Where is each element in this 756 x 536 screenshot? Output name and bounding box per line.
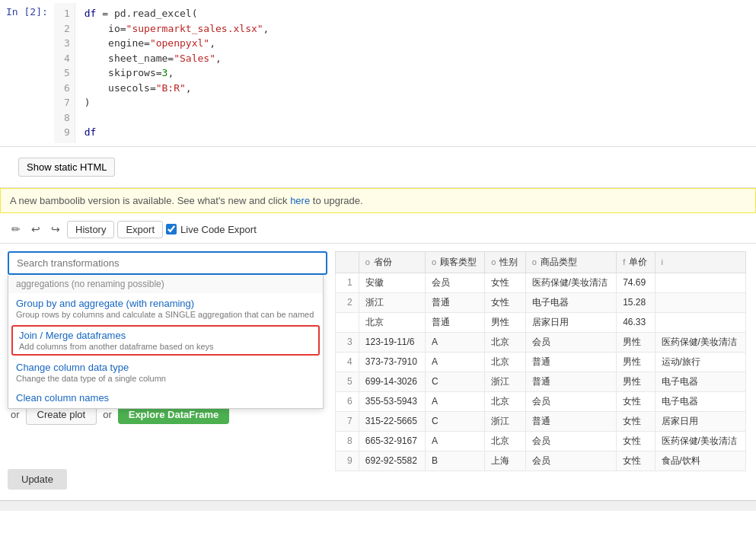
col-header-extra: i (655, 251, 745, 273)
table-row: 9 692-92-5582 B 上海 会员 女性 食品/饮料 (336, 451, 746, 471)
cell-province-2: 浙江 (359, 292, 425, 312)
row-index-3: 3 (336, 332, 359, 352)
dropdown-item-group-by[interactable]: Group by and aggregate (with renaming) G… (8, 293, 323, 324)
export-button[interactable]: Export (117, 221, 163, 238)
cell-customer-3: 会员 (525, 332, 616, 352)
cell-product-5: 电子电器 (655, 372, 745, 391)
cell-product-9: 食品/饮料 (655, 451, 745, 471)
dropdown-item-join-desc: Add columns from another dataframe based… (19, 342, 312, 351)
horizontal-scrollbar[interactable] (0, 500, 756, 511)
table-header-row: o 省份 o 顾客类型 o 性别 (336, 251, 746, 273)
update-button[interactable]: Update (8, 469, 67, 490)
banner-text-after: to upgrade. (310, 195, 362, 206)
col-label-product: 商品类型 (541, 256, 577, 269)
transform-panel: aggregations (no renaming possible) Grou… (8, 251, 327, 490)
cell-customer-8: 会员 (525, 431, 616, 451)
cell-price-2: 15.28 (617, 292, 655, 312)
banner-text-before: A new bamboolib version is available. Se… (10, 195, 290, 206)
cell-gender-8: 女性 (617, 431, 655, 451)
cell-province-1: 安徽 (359, 273, 425, 292)
col-type-price: f (623, 257, 625, 266)
main-content: aggregations (no renaming possible) Grou… (0, 244, 756, 497)
cell-extra-1 (655, 273, 745, 292)
cell-customer-b: 普通 (426, 312, 485, 332)
cell-product-4: 运动/旅行 (655, 352, 745, 372)
or-text-1: or (11, 409, 20, 420)
cell-gender-9: 女性 (617, 451, 655, 471)
cell-product-2: 电子电器 (525, 292, 616, 312)
table-row: 6 355-53-5943 A 北京 会员 女性 电子电器 (336, 391, 746, 411)
dropdown-item-join-title: Join / Merge dataframes (19, 330, 312, 341)
table-row: 1 安徽 会员 女性 医药保健/美妆清洁 74.69 (336, 273, 746, 292)
upgrade-banner: A new bamboolib version is available. Se… (0, 188, 756, 213)
search-input[interactable] (8, 251, 327, 275)
cell-col2-6: A (426, 391, 485, 411)
table-row: 北京 普通 男性 居家日用 46.33 (336, 312, 746, 332)
cell-province-b: 北京 (359, 312, 425, 332)
scrollbar-inner (0, 501, 305, 502)
banner-link[interactable]: here (290, 195, 310, 206)
live-code-export-checkbox[interactable] (166, 224, 177, 234)
col-type-gender: o (491, 257, 496, 266)
cell-extra-b (655, 312, 745, 332)
cell-id-9: 692-92-5582 (359, 451, 425, 471)
col-header-index (336, 251, 359, 273)
or-text-2: or (103, 409, 112, 420)
cell-province-9: 上海 (485, 451, 526, 471)
cell-col2-7: C (426, 411, 485, 431)
row-index-4: 4 (336, 352, 359, 372)
dropdown-section-header: aggregations (no renaming possible) (8, 275, 323, 293)
cell-gender-7: 女性 (617, 411, 655, 431)
data-table: o 省份 o 顾客类型 o 性别 (335, 251, 746, 471)
cell-customer-4: 普通 (525, 352, 616, 372)
code-content: df = pd.read_excel( io="supermarkt_sales… (75, 3, 756, 143)
table-row: 8 665-32-9167 A 北京 会员 女性 医药保健/美妆清洁 (336, 431, 746, 451)
table-row: 2 浙江 普通 女性 电子电器 15.28 (336, 292, 746, 312)
cell-col2-9: B (426, 451, 485, 471)
col-header-province: o 省份 (359, 251, 425, 273)
cell-customer-6: 会员 (525, 391, 616, 411)
cell-id-3: 123-19-11/6 (359, 332, 425, 352)
show-static-html-button[interactable]: Show static HTML (18, 158, 115, 177)
cell-province-8: 北京 (485, 431, 526, 451)
dropdown-item-clean-names[interactable]: Clean column names (8, 388, 323, 408)
cell-customer-9: 会员 (525, 451, 616, 471)
row-index-blank (336, 312, 359, 332)
dropdown-item-change-type[interactable]: Change column data type Change the data … (8, 357, 323, 388)
cell-customer-2: 普通 (426, 292, 485, 312)
table-row: 3 123-19-11/6 A 北京 会员 男性 医药保健/美妆清洁 (336, 332, 746, 352)
redo-button[interactable]: ↪ (47, 221, 64, 238)
col-label-customer: 顾客类型 (440, 256, 477, 269)
row-index-7: 7 (336, 411, 359, 431)
cell-product-6: 电子电器 (655, 391, 745, 411)
cell-price-1: 74.69 (617, 273, 655, 292)
col-label-price: 单价 (629, 256, 647, 269)
row-index-2: 2 (336, 292, 359, 312)
cell-product-7: 居家日用 (655, 411, 745, 431)
cell-gender-6: 女性 (617, 391, 655, 411)
col-header-price: f 单价 (617, 251, 655, 273)
row-index-6: 6 (336, 391, 359, 411)
edit-button[interactable]: ✏ (8, 221, 24, 238)
update-row: Update (8, 431, 327, 490)
dropdown-item-join-merge[interactable]: Join / Merge dataframes Add columns from… (11, 325, 320, 356)
cell-id-4: 373-73-7910 (359, 352, 425, 372)
cell-gender-5: 男性 (617, 372, 655, 391)
cell-province-7: 浙江 (485, 411, 526, 431)
row-index-1: 1 (336, 273, 359, 292)
cell-product-8: 医药保健/美妆清洁 (655, 431, 745, 451)
cell-customer-7: 普通 (525, 411, 616, 431)
live-code-export-label[interactable]: Live Code Export (166, 224, 257, 235)
cell-id-6: 355-53-5943 (359, 391, 425, 411)
cell-customer-5: 普通 (525, 372, 616, 391)
undo-button[interactable]: ↩ (27, 221, 44, 238)
cell-province-5: 浙江 (485, 372, 526, 391)
cell-col2-8: A (426, 431, 485, 451)
history-button[interactable]: History (67, 221, 114, 238)
cell-gender-2: 女性 (485, 292, 526, 312)
cell-label: In [2]: (0, 3, 54, 143)
undo-icon: ↩ (31, 223, 40, 235)
dropdown-item-change-desc: Change the data type of a single column (16, 374, 315, 383)
cell-product-1: 医药保健/美妆清洁 (525, 273, 616, 292)
cell-province-4: 北京 (485, 352, 526, 372)
